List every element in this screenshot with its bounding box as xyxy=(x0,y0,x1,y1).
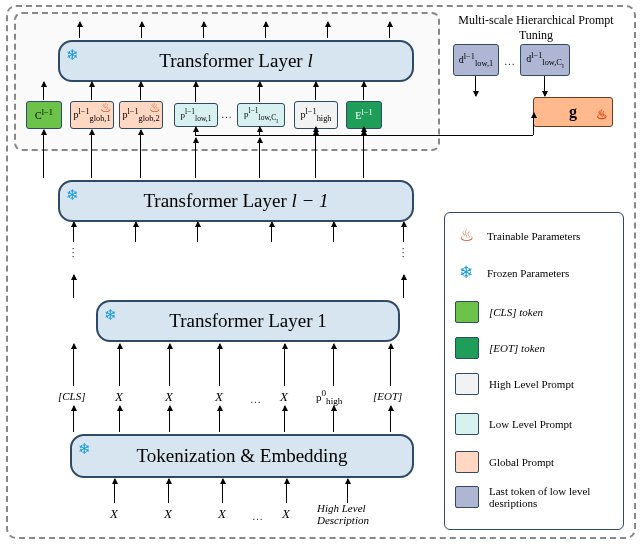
arrow xyxy=(315,82,316,100)
arrow xyxy=(403,275,404,298)
legend-row-trainable: ♨ Trainable Parameters xyxy=(455,225,615,246)
ellipsis: … xyxy=(252,510,264,522)
arrow xyxy=(286,479,287,503)
legend-row-high: High Level Prompt xyxy=(455,373,615,395)
snow-icon: ❄ xyxy=(66,46,79,64)
input-x: X xyxy=(282,506,290,522)
swatch-icon xyxy=(455,337,479,359)
snow-icon: ❄ xyxy=(78,440,91,458)
legend-row-frozen: ❄ Frozen Parameters xyxy=(455,262,615,283)
legend-row-eot: [EOT] token xyxy=(455,337,615,359)
legend-row-low: Low Level Prompt xyxy=(455,413,615,435)
legend-row-glob: Global Prompt xyxy=(455,451,615,473)
arrow xyxy=(140,82,141,100)
transformer-layer-1-block: ❄ Transformer Layer 1 xyxy=(96,300,400,342)
vdots: ··· xyxy=(68,246,78,258)
arrow xyxy=(327,22,328,38)
arrow xyxy=(259,138,260,178)
mpt-title: Multi-scale Hierarchical Prompt Tuning xyxy=(446,13,626,43)
cls-token: Cl−1 xyxy=(26,101,62,129)
x-label: X xyxy=(280,389,288,405)
arrow xyxy=(222,479,223,503)
fire-icon: ♨ xyxy=(455,225,477,246)
arrow xyxy=(169,406,170,432)
high-level-desc-label: High LevelDescription xyxy=(317,502,369,526)
arrow xyxy=(389,22,390,38)
global-prompt-2: pl−1glob,2♨ xyxy=(119,101,163,129)
swatch-icon xyxy=(455,301,479,323)
ellipsis: … xyxy=(250,393,262,405)
arrow xyxy=(265,22,266,38)
fire-icon: ♨ xyxy=(596,107,608,123)
phigh0-label: p0high xyxy=(316,388,342,406)
g-function-block: g♨ xyxy=(533,97,613,127)
swatch-icon xyxy=(455,373,479,395)
arrow xyxy=(284,406,285,432)
arrow xyxy=(271,222,272,242)
arrow xyxy=(140,130,141,178)
low-prompt-cl: pl−1low,Cl xyxy=(237,103,285,127)
arrow xyxy=(390,406,391,432)
arrow xyxy=(259,82,260,102)
x-label: X xyxy=(215,389,223,405)
dlow-cl-token: dl−1low,Cl xyxy=(520,44,570,76)
arrow xyxy=(169,344,170,386)
arrow xyxy=(43,130,44,178)
legend-box: ♨ Trainable Parameters ❄ Frozen Paramete… xyxy=(444,212,624,530)
arrow xyxy=(91,130,92,178)
arrow xyxy=(403,222,404,242)
arrow xyxy=(259,127,260,135)
arrow xyxy=(333,344,334,386)
x-label: X xyxy=(165,389,173,405)
arrow xyxy=(333,222,334,242)
arrow xyxy=(475,76,476,96)
arrow xyxy=(195,127,196,135)
arrow xyxy=(544,76,545,96)
arrow xyxy=(390,344,391,386)
arrow xyxy=(79,22,80,38)
arrow xyxy=(168,479,169,503)
input-x: X xyxy=(218,506,226,522)
vdots: ··· xyxy=(398,246,408,258)
swatch-icon xyxy=(455,486,479,508)
input-x: X xyxy=(110,506,118,522)
transformer-layer-l-block: ❄ Transformer Layer l xyxy=(58,40,414,82)
arrow xyxy=(135,222,136,242)
arrow xyxy=(119,344,120,386)
eot-token: El−1 xyxy=(346,101,382,129)
arrow xyxy=(91,82,92,100)
snow-icon: ❄ xyxy=(66,186,79,204)
swatch-icon xyxy=(455,451,479,473)
arrow xyxy=(333,406,334,432)
snow-icon: ❄ xyxy=(104,306,117,324)
low-prompt-1: pl−1low,1 xyxy=(174,103,218,127)
ellipsis: … xyxy=(504,55,516,67)
eot-bracket-label: [EOT] xyxy=(373,390,402,402)
arrow xyxy=(43,82,44,100)
global-prompt-1: pl−1glob,1♨ xyxy=(70,101,114,129)
arrow xyxy=(73,344,74,386)
arrow xyxy=(363,82,364,100)
connector-line xyxy=(195,135,533,136)
arrow xyxy=(119,406,120,432)
arrow xyxy=(347,479,348,503)
fire-icon: ♨ xyxy=(100,100,112,116)
legend-row-dlow: Last token of low level desriptions xyxy=(455,485,615,509)
arrow xyxy=(197,222,198,242)
high-prompt: pl−1high xyxy=(294,101,338,129)
arrow-segment xyxy=(533,113,534,135)
transformer-layer-lm1-block: ❄ Transformer Layer l − 1 xyxy=(58,180,414,222)
arrow xyxy=(219,344,220,386)
legend-row-cls: [CLS] token xyxy=(455,301,615,323)
x-label: X xyxy=(115,389,123,405)
arrow xyxy=(114,479,115,503)
arrow xyxy=(141,22,142,38)
arrow xyxy=(315,130,316,178)
arrow xyxy=(195,82,196,102)
tokenization-embedding-block: ❄ Tokenization & Embedding xyxy=(70,434,414,478)
ellipsis: … xyxy=(221,108,233,120)
arrow xyxy=(73,222,74,242)
fire-icon: ♨ xyxy=(149,100,161,116)
dlow-1-token: dl−1low,1 xyxy=(453,44,499,76)
arrow xyxy=(73,406,74,432)
